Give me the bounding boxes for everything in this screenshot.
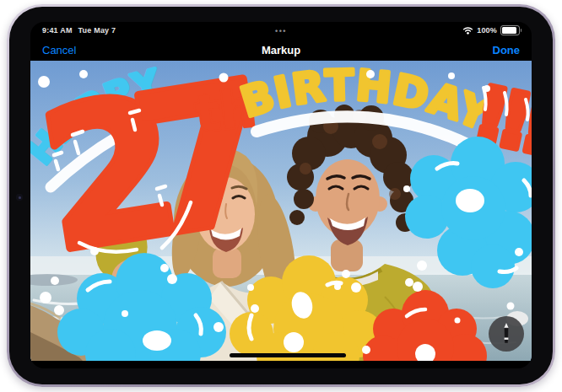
markup-pen-tool-button[interactable]	[489, 316, 524, 352]
battery-icon	[500, 25, 520, 35]
markup-toolbar: Cancel Markup Done	[30, 39, 532, 61]
battery-percent: 100%	[477, 26, 497, 35]
wifi-icon	[462, 26, 473, 35]
status-date: Tue May 7	[78, 26, 116, 35]
marker-pen-icon	[500, 322, 513, 346]
front-camera-dot	[16, 194, 23, 201]
ipad-bezel: 9:41 AM Tue May 7 100% ••• Cancel Mar	[9, 7, 553, 384]
done-button[interactable]: Done	[493, 44, 521, 56]
status-time: 9:41 AM	[42, 26, 73, 35]
page-title: Markup	[262, 44, 300, 56]
cancel-button[interactable]: Cancel	[42, 44, 76, 56]
multitask-ellipsis-icon[interactable]: •••	[275, 29, 287, 34]
photo-illustration: HAPPY 27 th BIRTHDAY !!!	[30, 61, 532, 361]
ipad-device-frame: 9:41 AM Tue May 7 100% ••• Cancel Mar	[7, 4, 555, 387]
photo-markup-canvas[interactable]: HAPPY 27 th BIRTHDAY !!!	[30, 61, 532, 361]
screen: 9:41 AM Tue May 7 100% ••• Cancel Mar	[30, 22, 532, 368]
home-indicator-bar[interactable]	[230, 353, 346, 357]
